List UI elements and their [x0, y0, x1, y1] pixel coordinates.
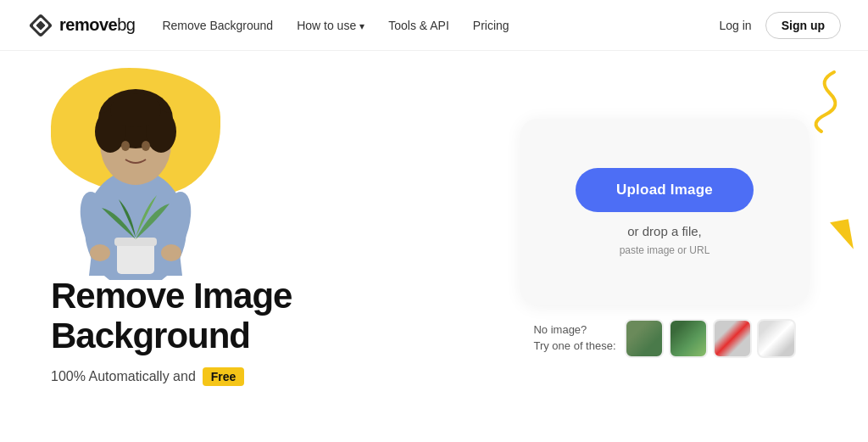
logo-icon [27, 12, 54, 39]
svg-point-13 [90, 244, 110, 261]
try-section: No image? Try one of these: [533, 319, 795, 358]
upload-button[interactable]: Upload Image [576, 168, 754, 212]
right-side: Upload Image or drop a file, paste image… [461, 51, 868, 442]
svg-point-14 [161, 244, 181, 261]
person-svg [51, 51, 220, 280]
left-side: Remove Image Background 100% Automatical… [0, 51, 461, 442]
main-content: Remove Image Background 100% Automatical… [0, 51, 868, 442]
sample-image-3[interactable] [713, 319, 752, 358]
hero-subtitle: 100% Automatically and Free [51, 367, 461, 386]
navbar: removebg Remove Background How to use To… [0, 0, 868, 51]
svg-rect-15 [117, 242, 154, 274]
hero-text: Remove Image Background 100% Automatical… [51, 277, 461, 385]
nav-item-how-to-use[interactable]: How to use [297, 19, 364, 32]
paste-hint: paste image or URL [620, 244, 710, 256]
svg-rect-16 [114, 238, 157, 246]
chevron-down-icon [359, 19, 364, 32]
nav-actions: Log in Sign up [720, 12, 841, 39]
sample-image-2[interactable] [669, 319, 708, 358]
login-button[interactable]: Log in [720, 19, 752, 32]
logo[interactable]: removebg [27, 12, 135, 39]
logo-text: removebg [59, 15, 135, 35]
svg-point-8 [110, 93, 161, 127]
nav-item-pricing[interactable]: Pricing [473, 19, 509, 32]
triangle-decoration [830, 219, 854, 252]
svg-point-9 [121, 141, 130, 151]
signup-button[interactable]: Sign up [765, 12, 841, 39]
nav-item-remove-background[interactable]: Remove Background [162, 19, 273, 32]
try-thumbnails [625, 319, 796, 358]
upload-card: Upload Image or drop a file, paste image… [520, 119, 809, 305]
free-badge: Free [203, 367, 245, 386]
svg-point-10 [142, 141, 150, 151]
url-link[interactable]: URL [689, 244, 709, 256]
try-label: No image? Try one of these: [533, 322, 615, 353]
hero-person-image [42, 51, 229, 280]
drop-text: or drop a file, [627, 224, 702, 239]
nav-item-tools-api[interactable]: Tools & API [388, 19, 449, 32]
sample-image-1[interactable] [625, 319, 664, 358]
sample-image-4[interactable] [757, 319, 796, 358]
nav-links: Remove Background How to use Tools & API… [162, 19, 719, 32]
hero-title: Remove Image Background [51, 277, 373, 355]
